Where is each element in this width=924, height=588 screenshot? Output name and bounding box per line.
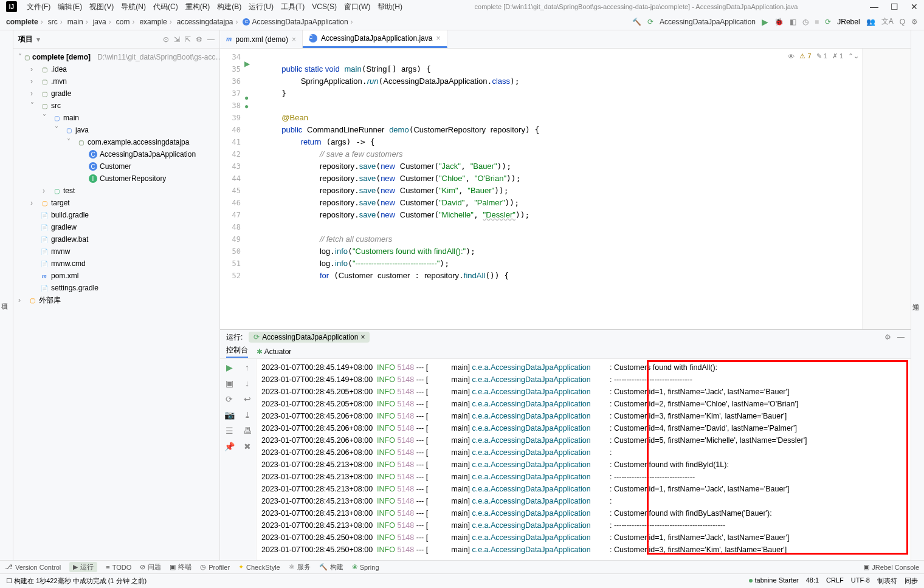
- crumb-6[interactable]: accessingdatajpa: [177, 18, 241, 26]
- build-status: 构建在 1秒422毫秒 中成功完成 (1 分钟 之前): [14, 576, 147, 586]
- msg-icon: ☐: [6, 577, 12, 585]
- spring-tool[interactable]: ❀ Spring: [352, 563, 379, 571]
- menu-vcs[interactable]: VCS(S): [312, 2, 337, 11]
- expand-all-icon[interactable]: ⇲: [174, 35, 180, 44]
- run-settings-icon[interactable]: ⚙: [884, 333, 891, 341]
- crumb-3[interactable]: java: [93, 18, 114, 26]
- project-dropdown-icon[interactable]: ▾: [36, 35, 40, 44]
- warnings-badge[interactable]: ⚠ 7: [799, 52, 811, 60]
- menu-window[interactable]: 窗口(W): [344, 2, 370, 12]
- menu-edit[interactable]: 编辑(E): [58, 2, 82, 12]
- menu-help[interactable]: 帮助(H): [378, 2, 402, 12]
- profiler-tool[interactable]: ◷ Profiler: [200, 563, 230, 571]
- crumb-4[interactable]: com: [116, 18, 137, 26]
- print-icon[interactable]: 🖶: [243, 426, 252, 436]
- console-tab[interactable]: 控制台: [226, 345, 248, 358]
- typo-badge[interactable]: ✎ 1: [816, 52, 827, 60]
- todo-tool[interactable]: ≡ TODO: [106, 564, 131, 571]
- project-tree[interactable]: ˅▢complete [demo] D:\win11\git_data\Spri…: [13, 49, 219, 560]
- clear-icon[interactable]: ✖: [244, 442, 251, 451]
- tab-app[interactable]: CAccessingDataJpaApplication.java×: [303, 30, 447, 48]
- tabnine-status[interactable]: tabnine Starter: [749, 576, 798, 586]
- line-gutter: 34353637383940414243444546474849505152: [220, 49, 244, 329]
- jrebel-icon[interactable]: ⟳: [825, 18, 831, 26]
- jrebel-reload-icon[interactable]: ⟳: [226, 394, 233, 404]
- rerun-icon[interactable]: ▶: [226, 363, 233, 372]
- hide-icon[interactable]: —: [207, 35, 215, 44]
- menu-run[interactable]: 运行(U): [249, 2, 274, 12]
- menu-build[interactable]: 构建(B): [217, 2, 241, 12]
- codewithme-icon[interactable]: 👥: [866, 18, 875, 26]
- minimize-icon[interactable]: —: [870, 2, 878, 12]
- debug-icon[interactable]: 🐞: [774, 18, 784, 26]
- profile-icon[interactable]: ◷: [802, 18, 808, 26]
- run-config-selector[interactable]: AccessingDataJpaApplication: [660, 18, 756, 26]
- jrebel-run-icon[interactable]: ⟳: [647, 18, 653, 26]
- maximize-icon[interactable]: ☐: [891, 2, 898, 12]
- terminal-tool[interactable]: ▣ 终端: [170, 562, 191, 572]
- select-opened-icon[interactable]: ⊙: [163, 35, 169, 44]
- stop-run-icon[interactable]: ▣: [226, 378, 233, 388]
- camera-icon[interactable]: 📷: [224, 410, 235, 420]
- crumb-2[interactable]: main: [67, 18, 91, 26]
- minimap[interactable]: [862, 49, 911, 329]
- menu-refactor[interactable]: 重构(R): [185, 2, 210, 12]
- checkstyle-tool[interactable]: ✦ CheckStyle: [238, 563, 280, 571]
- scroll-icon[interactable]: ⤓: [244, 410, 251, 420]
- code-body[interactable]: public static void main(String[] args) {…: [257, 49, 862, 329]
- layout-icon[interactable]: ☰: [226, 426, 233, 436]
- window-title: complete [D:\win11\git_data\SpringBoot\g…: [410, 3, 863, 10]
- stop-icon[interactable]: ■: [815, 18, 819, 26]
- run-header-label: 运行:: [226, 332, 243, 343]
- indent[interactable]: 制表符: [877, 576, 897, 586]
- crumb-0[interactable]: complete: [6, 18, 46, 26]
- problems-tool[interactable]: ⊘ 问题: [140, 562, 161, 572]
- build-tool[interactable]: 🔨 构建: [319, 562, 343, 572]
- pin-icon[interactable]: 📌: [224, 442, 235, 451]
- run-tool[interactable]: ▶ 运行: [69, 562, 97, 572]
- actuator-tab[interactable]: ✱ Actuator: [257, 347, 291, 356]
- vcs-tool[interactable]: ⎇ Version Control: [5, 563, 61, 571]
- menu-nav[interactable]: 导航(N): [121, 2, 146, 12]
- collapse-all-icon[interactable]: ⇱: [185, 35, 191, 44]
- translate-icon[interactable]: 文A: [881, 16, 894, 27]
- project-title: 项目: [18, 34, 33, 44]
- crumb-7[interactable]: CAccessingDataJpaApplication: [243, 18, 355, 26]
- menu-code[interactable]: 代码(C): [153, 2, 178, 12]
- reader-mode-icon[interactable]: 👁: [788, 53, 795, 60]
- chevron-up-down-icon[interactable]: ⌃⌄: [848, 52, 859, 60]
- menu-file[interactable]: 文件(F): [27, 2, 50, 12]
- run-hide-icon[interactable]: —: [897, 333, 905, 341]
- jrebel-console-tool[interactable]: ▣ JRebel Console: [863, 563, 919, 571]
- crumb-5[interactable]: example: [139, 18, 174, 26]
- close-icon[interactable]: ✕: [911, 2, 918, 12]
- menu-tools[interactable]: 工具(T): [281, 2, 305, 12]
- console-output[interactable]: 2023-01-07T00:28:45.149+08:00 INFO 5148 …: [257, 359, 911, 560]
- app-icon: IJ: [6, 1, 17, 12]
- branch[interactable]: 同步: [905, 576, 918, 586]
- icon-gutter: ▶●●: [244, 49, 257, 329]
- run-config-tab[interactable]: ⟳AccessingDataJpaApplication ×: [249, 332, 370, 343]
- build-icon[interactable]: 🔨: [632, 18, 641, 26]
- error-badge[interactable]: ✗ 1: [832, 52, 843, 60]
- up-icon[interactable]: ↑: [245, 363, 249, 372]
- menu-view[interactable]: 视图(V): [89, 2, 114, 12]
- tab-pom[interactable]: mpom.xml (demo)×: [220, 30, 303, 48]
- services-tool[interactable]: ⚛ 服务: [289, 562, 311, 572]
- down-icon[interactable]: ↓: [245, 378, 249, 388]
- wrap-icon[interactable]: ↩: [244, 394, 251, 404]
- crumb-1[interactable]: src: [48, 18, 65, 26]
- settings-icon[interactable]: ⚙: [196, 35, 202, 44]
- coverage-icon[interactable]: ◧: [790, 18, 796, 26]
- encoding[interactable]: UTF-8: [851, 576, 870, 586]
- search-icon[interactable]: Q: [900, 18, 905, 26]
- run-icon[interactable]: ▶: [762, 17, 768, 27]
- caret-position[interactable]: 48:1: [806, 576, 819, 586]
- jrebel-label: JRebel: [837, 18, 860, 26]
- gear-icon[interactable]: ⚙: [911, 18, 918, 26]
- line-sep[interactable]: CRLF: [826, 576, 844, 586]
